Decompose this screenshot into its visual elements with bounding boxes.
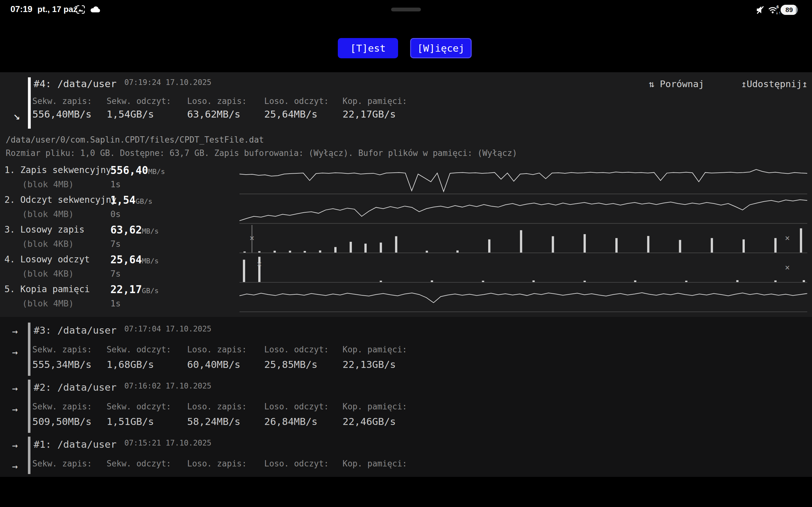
test-unit: GB/s (142, 287, 159, 295)
stat-label: Loso. odczyt: (264, 459, 343, 468)
svg-text:↓↑: ↓↑ (775, 11, 780, 15)
test-name: Kopia pamięci (20, 284, 90, 294)
stat-label: Kop. pamięci: (343, 96, 407, 106)
stat-value: 509,50MB/s (32, 416, 107, 427)
stat-label: Sekw. zapis: (32, 96, 107, 106)
test-number: 1. (4, 165, 15, 175)
battery-percent: 89 (780, 5, 798, 15)
stat-label: Kop. pamięci: (343, 402, 407, 411)
share-button[interactable]: ↥Udostępnij↥ (741, 78, 808, 89)
history-title: #1: /data/user (34, 439, 116, 450)
stat-value: 555,34MB/s (32, 359, 107, 370)
stat-label: Sekw. odczyt: (107, 459, 187, 468)
screenshot-icon (75, 4, 86, 16)
history-entry[interactable]: →→#3: /data/user07:17:04 17.10.2025Sekw.… (0, 321, 812, 378)
stat-labels-row: Sekw. zapis:Sekw. odczyt:Loso. zapis:Los… (32, 459, 407, 468)
test-number: 4. (4, 254, 15, 265)
current-result-card: #4: /data/user 07:19:24 17.10.2025 ⇅ Por… (0, 72, 812, 317)
stat-label: Loso. zapis: (187, 459, 264, 468)
clock: 07:19 (10, 4, 32, 14)
row-arrow-icon: ↘ (13, 109, 20, 122)
more-button[interactable]: [W]ięcej (410, 38, 472, 58)
test-value: 1,54GB/s (110, 194, 152, 206)
svg-text:×: × (250, 233, 255, 243)
test-list: 1.Zapis sekwencyjny556,40MB/s(blok 4MB)1… (0, 164, 238, 313)
test-list-item: 2.Odczyt sekwencyjny1,54GB/s(blok 4MB)0s (0, 194, 238, 224)
stat-label: Loso. odczyt: (264, 345, 343, 354)
stat-label: Loso. zapis: (187, 402, 264, 411)
screen: 07:19 pt., 17 paź 6 ↓↑ (0, 0, 812, 507)
stat-value: 26,84MB/s (264, 416, 343, 427)
stat-value: 1,68GB/s (107, 359, 187, 370)
test-block-size: (blok 4KB) (22, 239, 74, 249)
arrow-right-icon: → (12, 440, 18, 451)
stat-labels-row: Sekw. zapis:Sekw. odczyt:Loso. zapis:Los… (32, 402, 407, 411)
test-block-size: (blok 4MB) (22, 298, 74, 308)
stat-labels-row: Sekw. zapis:Sekw. odczyt:Loso. zapis:Los… (32, 345, 407, 354)
history-title: #3: /data/user (34, 325, 116, 336)
history-selection-bar (28, 380, 31, 433)
test-list-item: 3.Losowy zapis63,62MB/s(blok 4KB)7s (0, 224, 238, 253)
stat-label: Sekw. odczyt: (107, 402, 187, 411)
test-value: 556,40MB/s (110, 164, 165, 176)
compare-button[interactable]: ⇅ Porównaj (649, 78, 704, 89)
chart-losowy-odczyt: ×× (240, 253, 807, 283)
test-name: Odczyt sekwencyjny (20, 194, 116, 205)
test-duration: 1s (110, 179, 121, 189)
test-button[interactable]: [T]est (338, 38, 398, 58)
test-duration: 0s (110, 209, 121, 219)
test-block-size: (blok 4KB) (22, 269, 74, 279)
history-title: #2: /data/user (34, 382, 116, 393)
stat-label: Sekw. odczyt: (107, 345, 187, 354)
stat-value: 60,40MB/s (187, 359, 264, 370)
history-timestamp: 07:17:04 17.10.2025 (124, 325, 212, 333)
test-unit: MB/s (142, 227, 159, 235)
test-duration: 7s (110, 239, 121, 249)
history-entry[interactable]: →→#2: /data/user07:16:02 17.10.2025Sekw.… (0, 378, 812, 435)
stat-label: Loso. zapis: (187, 345, 264, 354)
arrow-right-icon: → (12, 404, 18, 415)
chart-kopia-pami-ci (240, 283, 807, 312)
test-number: 2. (4, 194, 15, 205)
test-duration: 7s (110, 269, 121, 279)
stat-value: 22,13GB/s (343, 359, 396, 370)
history-timestamp: 07:16:02 17.10.2025 (124, 382, 212, 390)
svg-text:×: × (785, 263, 790, 272)
stat-value: 1,54GB/s (107, 108, 187, 120)
stat-label: Loso. odczyt: (264, 402, 343, 411)
mute-icon (755, 4, 766, 16)
test-file-info: Rozmiar pliku: 1,0 GB. Dostępne: 63,7 GB… (6, 148, 517, 158)
arrow-right-icon: → (12, 461, 18, 472)
test-block-size: (blok 4MB) (22, 209, 74, 219)
battery-indicator: 89 (780, 5, 798, 15)
stat-values-row: 509,50MB/s1,51GB/s58,24MB/s26,84MB/s22,4… (32, 416, 396, 427)
stat-label: Sekw. zapis: (32, 402, 107, 411)
stat-label: Sekw. zapis: (32, 459, 107, 468)
stat-value: 25,64MB/s (264, 108, 343, 120)
history-selection-bar (28, 323, 31, 376)
svg-text:6: 6 (776, 4, 779, 9)
test-block-size: (blok 4MB) (22, 179, 74, 189)
history-selection-bar (28, 437, 31, 474)
test-value: 63,62MB/s (110, 224, 159, 236)
svg-text:×: × (257, 259, 262, 269)
test-list-item: 4.Losowy odczyt25,64MB/s(blok 4KB)7s (0, 253, 238, 283)
stat-value: 25,85MB/s (264, 359, 343, 370)
arrow-right-icon: → (12, 383, 18, 394)
stat-label: Sekw. zapis: (32, 345, 107, 354)
history-list: →→#3: /data/user07:17:04 17.10.2025Sekw.… (0, 317, 812, 477)
date: pt., 17 paź (38, 4, 78, 14)
test-name: Losowy zapis (20, 224, 84, 235)
wifi6-icon: 6 ↓↑ (768, 4, 780, 16)
stat-label: Kop. pamięci: (343, 459, 407, 468)
test-unit: MB/s (148, 168, 165, 176)
arrow-right-icon: → (12, 347, 18, 358)
chart-losowy-zapis: ×× (240, 224, 807, 253)
test-name: Losowy odczyt (20, 254, 90, 265)
test-name: Zapis sekwencyjny (20, 165, 111, 175)
history-timestamp: 07:15:21 17.10.2025 (124, 439, 212, 447)
dock: CPDT (0, 477, 812, 507)
test-duration: 1s (110, 298, 121, 308)
stat-value: 22,46GB/s (343, 416, 396, 427)
stat-value: 63,62MB/s (187, 108, 264, 120)
